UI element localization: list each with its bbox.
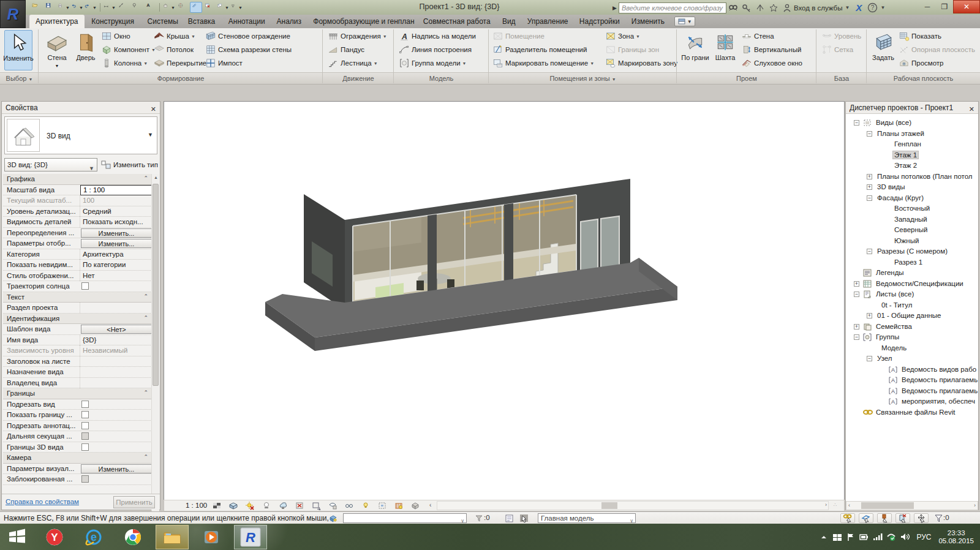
text-icon[interactable]: A [144,2,156,13]
property-row-Параметры отобр...[interactable]: Параметры отобр...Изменить... [3,238,153,249]
ribbon-tab-6[interactable]: Анализ [271,15,308,28]
crop-region-icon[interactable] [311,501,322,511]
type-selector[interactable]: 3D вид ▼ [4,116,157,154]
ribbon-button-Перекрытие[interactable]: Перекрытие▼ [154,57,213,69]
analytical-icon[interactable] [377,501,388,511]
ribbon-tab-10[interactable]: Управление [521,15,575,28]
property-row-Владелец вида[interactable]: Владелец вида [3,378,153,389]
open-icon[interactable] [31,2,43,13]
print-icon[interactable]: ▼ [58,2,70,13]
pin-select-icon[interactable] [877,513,892,523]
taskbar-revit-button[interactable]: R [234,525,267,549]
workset-combo[interactable]: ∨ [343,513,467,523]
constraints-icon[interactable] [394,501,405,511]
panel-label[interactable]: Рабочая плоскость [867,72,980,84]
undo-icon[interactable]: ▼ [71,2,83,13]
crop-view-icon[interactable] [295,501,306,511]
redo-icon[interactable]: ▼ [85,2,97,13]
section-icon[interactable] [176,2,189,13]
property-row-Имя вида[interactable]: Имя вида{3D} [3,335,153,346]
ribbon-button-Зона[interactable]: Зона▼ [605,30,640,42]
apply-button[interactable]: Применить [113,496,155,508]
panel-label[interactable]: Выбор ▼ [0,72,39,84]
app-menu-button[interactable]: R [0,0,26,28]
search-input[interactable]: Введите ключевое слово/фразу [619,2,726,13]
shadows-icon[interactable] [262,501,273,511]
default3dview-icon[interactable]: ▼ [163,2,175,13]
save-icon[interactable] [44,2,56,13]
property-row-Категория[interactable]: КатегорияАрхитектура [3,249,153,260]
view-scale-button[interactable]: 1 : 100 [186,502,207,509]
property-row-Параметры визуал...[interactable]: Параметры визуал...Изменить... [3,464,153,475]
ribbon-button-Импост[interactable]: Импост [205,57,243,69]
ribbon-display-toggle[interactable]: ▼ [674,17,695,26]
signin-dropdown-icon[interactable]: ▼ [845,5,850,10]
ribbon-tab-3[interactable]: Системы [141,15,184,28]
clock[interactable]: 23:3305.08.2015 [938,529,974,545]
edit-type-button[interactable]: Изменить тип [101,158,160,171]
view-selector-combo[interactable]: 3D вид: {3D}▼ [4,158,97,171]
favorites-star-icon[interactable] [767,2,780,13]
property-row-Раздел проекта[interactable]: Раздел проекта [3,303,153,314]
tray-defender-icon[interactable] [884,531,898,543]
properties-help-link[interactable]: Справка по свойствам [6,498,79,505]
property-row-Переопределения ...[interactable]: Переопределения ...Изменить... [3,228,153,239]
detail-level-icon[interactable] [212,501,223,511]
panel-label[interactable]: Помещения и зоны ▼ [489,72,677,84]
help-icon[interactable]: ? [865,2,879,13]
ribbon-button-Помещение[interactable]: Помещение [492,30,545,42]
dimension-icon[interactable]: ▼ [104,2,116,13]
hide-crop-icon[interactable] [328,501,339,511]
property-row-Заблокированная ...[interactable]: Заблокированная ... [3,474,153,485]
property-row-Масштаб вида[interactable]: Масштаб вида1 : 100 [3,185,153,196]
panel-label[interactable]: Формирование [39,72,323,84]
communication-icon[interactable] [753,2,767,13]
ribbon-tab-1[interactable]: Архитектура [29,15,85,28]
visual-style-icon[interactable] [228,501,239,511]
taskbar-start-button[interactable] [2,525,32,549]
ribbon-bigbutton-Изменить[interactable]: Изменить [4,30,32,70]
project-browser-close-icon[interactable]: ✕ [969,103,974,115]
property-row-Зависимость уровня[interactable]: Зависимость уровняНезависимый [3,345,153,356]
property-row-Траектория солнца[interactable]: Траектория солнца [3,281,153,292]
thin-lines-icon[interactable] [190,2,202,13]
property-row-Показать границу ...[interactable]: Показать границу ... [3,410,153,421]
measure-icon[interactable] [117,2,129,13]
ribbon-button-Вертикальный[interactable]: Вертикальный [741,43,801,56]
restore-button[interactable]: ❐ [936,0,953,13]
ribbon-button-Ограждения[interactable]: Ограждения▼ [328,30,387,42]
ribbon-button-Стеновое ограждение[interactable]: Стеновое ограждение [205,30,290,42]
property-row-Назначение вида[interactable]: Назначение вида [3,367,153,378]
type-dropdown-icon[interactable]: ▼ [148,132,153,138]
help-dropdown-icon[interactable]: ▼ [880,5,885,10]
switch-windows-icon[interactable]: ▼ [217,2,229,13]
drawing-area[interactable] [164,101,845,501]
tray-flag-icon[interactable] [844,531,858,543]
property-row-Стиль отображени...[interactable]: Стиль отображени...Нет [3,271,153,282]
ribbon-button-Стена[interactable]: Стена [741,30,774,42]
property-row-Видимость деталей[interactable]: Видимость деталейПоказать исходн... [3,217,153,228]
taskbar-ie-button[interactable]: e [77,525,110,549]
ribbon-button-Окно[interactable]: Окно [101,30,130,42]
ribbon-bigbutton-Стена[interactable]: Стена▼ [43,30,71,70]
property-row-Заголовок на листе[interactable]: Заголовок на листе [3,356,153,367]
ribbon-tab-12[interactable]: Изменить [625,15,671,28]
tray-network-icon[interactable] [871,531,884,543]
ribbon-button-Опорная плоскость[interactable]: Опорная плоскость [899,43,975,56]
ribbon-tab-4[interactable]: Вставка [182,15,222,28]
tag-icon[interactable] [130,2,143,13]
taskbar-chrome-button[interactable] [116,525,149,549]
ribbon-tab-8[interactable]: Совместная работа [417,15,497,28]
search-expand-icon[interactable]: ▶ [612,5,617,11]
ribbon-tab-9[interactable]: Вид [496,15,522,28]
property-row-Уровень детализац...[interactable]: Уровень детализац...Средний [3,206,153,217]
property-row-Показать невидим...[interactable]: Показать невидим...По категории [3,260,153,271]
taskbar-folder-button[interactable] [156,525,189,549]
ribbon-button-Крыша[interactable]: Крыша▼ [154,30,195,42]
ribbon-button-Показать[interactable]: Показать [899,30,941,42]
ribbon-button-Уровень[interactable]: Уровень [821,30,861,42]
tray-expand-icon[interactable] [817,531,831,543]
canvas-hscrollbar[interactable]: › [437,501,829,510]
collapse-viewbar-icon[interactable]: ‹ [429,502,431,508]
user-icon[interactable] [780,2,794,13]
